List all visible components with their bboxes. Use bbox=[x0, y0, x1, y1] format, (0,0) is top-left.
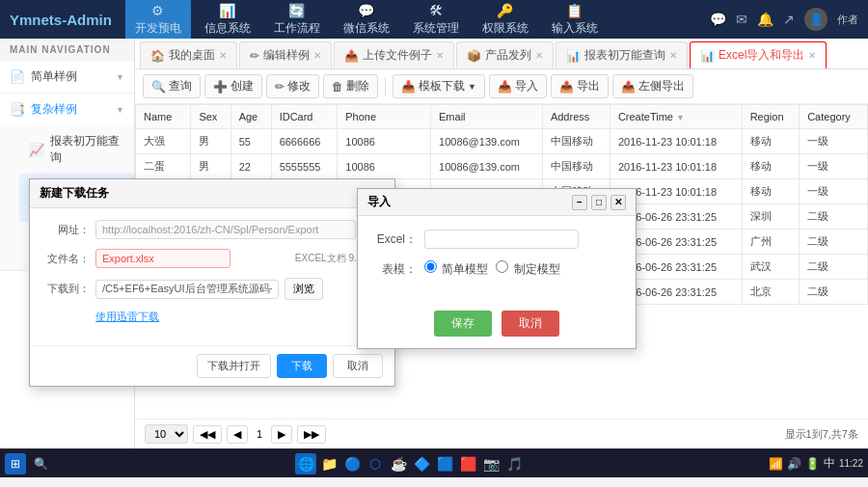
taskbar-ie[interactable]: 🌐 bbox=[295, 453, 316, 474]
tab-upload[interactable]: 📤 上传文件例子 ✕ bbox=[334, 41, 454, 68]
search-icon: 🔍 bbox=[151, 80, 166, 94]
tab-icon-product: 📦 bbox=[467, 49, 481, 63]
download-cancel-btn[interactable]: 取消 bbox=[333, 354, 383, 378]
simple-model-label: 简单模型 bbox=[424, 260, 488, 278]
template-options: 简单模型 制定模型 bbox=[424, 260, 560, 278]
tab-close-report[interactable]: ✕ bbox=[669, 50, 677, 61]
tab-report[interactable]: 📊 报表初万能查询 ✕ bbox=[556, 41, 688, 68]
taskbar-app3[interactable]: 🟥 bbox=[457, 453, 478, 474]
toolbar-template-btn[interactable]: 📥 模板下载 ▼ bbox=[393, 74, 485, 98]
import-save-btn[interactable]: 保存 bbox=[434, 311, 492, 337]
toolbar-export-btn[interactable]: 📤 导出 bbox=[551, 74, 609, 98]
tab-close-edit[interactable]: ✕ bbox=[313, 50, 321, 61]
tab-close-product[interactable]: ✕ bbox=[535, 50, 543, 61]
custom-model-radio[interactable] bbox=[496, 260, 508, 273]
nav-label-xinxi: 信息系统 bbox=[204, 20, 251, 37]
tabs-bar: 🏠 我的桌面 ✕ ✏ 编辑样例 ✕ 📤 上传文件例子 ✕ 📦 产品发列 ✕ 📊 bbox=[135, 39, 868, 69]
url-input[interactable] bbox=[95, 220, 356, 239]
nav-item-weixin[interactable]: 💬 微信系统 bbox=[334, 0, 399, 41]
col-region: Region bbox=[742, 105, 800, 129]
tab-product[interactable]: 📦 产品发列 ✕ bbox=[456, 41, 554, 68]
toolbar-import-btn[interactable]: 📥 导入 bbox=[489, 74, 547, 98]
url-label: 网址： bbox=[41, 223, 90, 237]
filename-input[interactable] bbox=[95, 249, 231, 268]
nav-item-kaifa[interactable]: ⚙ 开发预电 bbox=[125, 0, 191, 41]
navbar-right: 💬 ✉ 🔔 ↗ 👤 作者 bbox=[710, 8, 858, 31]
nav-item-workflow[interactable]: 🔄 工作流程 bbox=[264, 0, 330, 41]
tab-desktop[interactable]: 🏠 我的桌面 ✕ bbox=[140, 41, 237, 68]
download-btn[interactable]: 下载 bbox=[277, 354, 327, 378]
save-path-input[interactable] bbox=[95, 280, 279, 299]
browse-btn[interactable]: 浏览 bbox=[285, 278, 323, 300]
tab-edit[interactable]: ✏ 编辑样例 ✕ bbox=[239, 41, 332, 68]
import-dialog-footer: 保存 取消 bbox=[358, 303, 636, 348]
toolbar-left-export-btn[interactable]: 📤 左侧导出 bbox=[612, 74, 693, 98]
sidebar-item-report[interactable]: 📈 报表初万能查询 bbox=[19, 125, 134, 174]
last-page-btn[interactable]: ▶▶ bbox=[297, 425, 326, 444]
start-button[interactable]: ⊞ bbox=[5, 453, 26, 474]
table-cell: 男 bbox=[191, 154, 231, 179]
taskbar-app4[interactable]: 📷 bbox=[480, 453, 502, 474]
simple-icon: 📄 bbox=[10, 69, 25, 84]
table-cell: 22 bbox=[231, 154, 271, 179]
tab-icon-desktop: 🏠 bbox=[150, 49, 165, 63]
message-icon[interactable]: 💬 bbox=[710, 12, 726, 27]
tab-excel[interactable]: 📊 Excel导入和导出 ✕ bbox=[690, 41, 827, 68]
share-icon[interactable]: ↗ bbox=[783, 12, 795, 27]
taskbar-app2[interactable]: 🟦 bbox=[434, 453, 455, 474]
use-xunlei-link[interactable]: 使用迅雷下载 bbox=[95, 310, 159, 324]
tab-close-desktop[interactable]: ✕ bbox=[219, 50, 227, 61]
import-dialog-close[interactable]: ✕ bbox=[610, 195, 626, 210]
first-page-btn[interactable]: ◀◀ bbox=[193, 425, 222, 444]
tab-close-excel[interactable]: ✕ bbox=[808, 50, 816, 61]
toolbar-delete-btn[interactable]: 🗑 删除 bbox=[323, 74, 378, 98]
table-cell: 深圳 bbox=[742, 204, 800, 230]
page-size-select[interactable]: 10 20 50 bbox=[145, 424, 188, 444]
report-icon: 📈 bbox=[29, 143, 44, 157]
edit-icon: ✏ bbox=[275, 80, 285, 94]
sidebar-item-complex[interactable]: 📑 复杂样例 ▼ bbox=[0, 94, 134, 125]
open-after-download-btn[interactable]: 下载并打开 bbox=[197, 354, 271, 378]
toolbar-create-btn[interactable]: ➕ 创建 bbox=[204, 74, 262, 98]
taskbar-search[interactable]: 🔍 bbox=[29, 453, 52, 474]
taskbar-clock: 11:22 bbox=[839, 458, 863, 469]
nav-label-system: 系统管理 bbox=[413, 20, 459, 37]
taskbar-vscode[interactable]: ⬡ bbox=[365, 453, 386, 474]
nav-label-quanxian: 权限系统 bbox=[482, 20, 529, 37]
prev-page-btn[interactable]: ◀ bbox=[227, 425, 248, 444]
import-cancel-btn[interactable]: 取消 bbox=[502, 311, 559, 337]
toolbar-search-btn[interactable]: 🔍 查询 bbox=[143, 74, 201, 98]
taskbar-app5[interactable]: 🎵 bbox=[503, 453, 525, 474]
nav-item-xinxi[interactable]: 📊 信息系统 bbox=[195, 0, 260, 41]
bell-icon[interactable]: 🔔 bbox=[757, 12, 773, 27]
import-dialog-controls: − □ ✕ bbox=[572, 195, 626, 210]
next-page-btn[interactable]: ▶ bbox=[271, 425, 292, 444]
nav-item-shuru[interactable]: 📋 输入系统 bbox=[542, 0, 608, 41]
simple-model-radio[interactable] bbox=[424, 260, 437, 273]
table-row[interactable]: 大强男5566666661008610086@139.com中国移动2016-1… bbox=[136, 129, 868, 154]
save-to-label: 下载到： bbox=[41, 282, 90, 296]
col-address: Address bbox=[542, 105, 610, 129]
avatar[interactable]: 👤 bbox=[804, 8, 827, 31]
complex-expand-icon: ▼ bbox=[116, 105, 124, 115]
nav-item-quanxian[interactable]: 🔑 权限系统 bbox=[473, 0, 538, 41]
excel-input[interactable] bbox=[424, 230, 579, 249]
taskbar-chrome[interactable]: 🔵 bbox=[341, 453, 363, 474]
mail-icon[interactable]: ✉ bbox=[736, 12, 747, 27]
import-dialog-maximize[interactable]: □ bbox=[591, 195, 607, 210]
toolbar-edit-btn[interactable]: ✏ 修改 bbox=[266, 74, 319, 98]
sidebar-item-simple[interactable]: 📄 简单样例 ▼ bbox=[0, 61, 134, 93]
nav-label-kaifa: 开发预电 bbox=[135, 20, 181, 37]
table-cell: 武汉 bbox=[742, 255, 800, 280]
table-cell: 二级 bbox=[800, 230, 868, 255]
excel-row: Excel： bbox=[373, 230, 620, 249]
save-to-row: 下载到： 浏览 bbox=[41, 278, 383, 300]
nav-item-system[interactable]: 🛠 系统管理 bbox=[403, 0, 469, 41]
taskbar-java[interactable]: ☕ bbox=[388, 453, 409, 474]
tab-close-upload[interactable]: ✕ bbox=[436, 50, 444, 61]
col-createtime: CreateTime ▼ bbox=[610, 105, 742, 129]
import-dialog-minimize[interactable]: − bbox=[572, 195, 587, 210]
table-row[interactable]: 二蛋男2255555551008610086@139.com中国移动2016-1… bbox=[136, 154, 868, 179]
taskbar-app1[interactable]: 🔷 bbox=[411, 453, 432, 474]
taskbar-folder[interactable]: 📁 bbox=[318, 453, 339, 474]
